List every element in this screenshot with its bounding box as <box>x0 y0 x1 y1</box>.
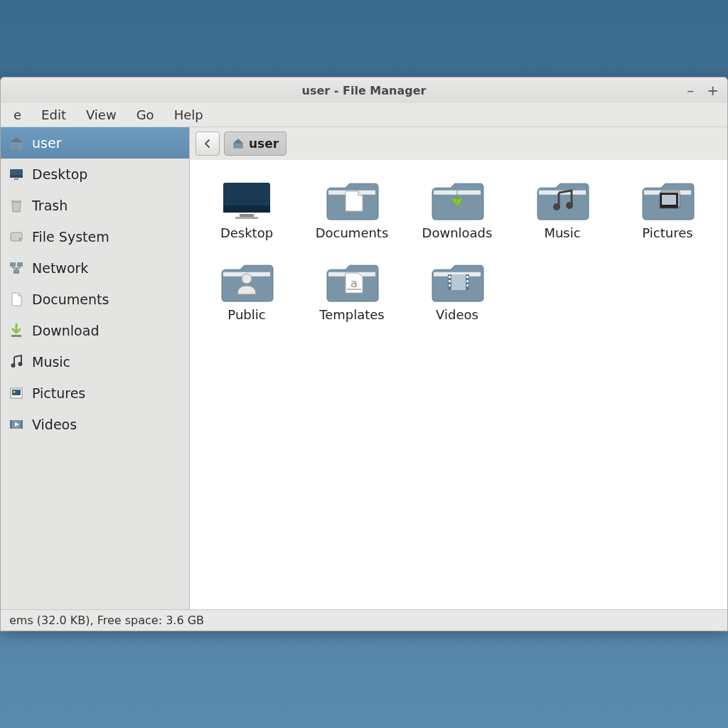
breadcrumb[interactable]: user <box>224 132 287 156</box>
music-big-icon <box>535 178 590 221</box>
maximize-button[interactable]: + <box>707 82 719 99</box>
breadcrumb-label: user <box>249 136 279 151</box>
window-title: user - File Manager <box>302 84 427 97</box>
network-icon <box>8 259 25 277</box>
sidebar-item-trash[interactable]: Trash <box>1 190 189 221</box>
folder-public[interactable]: Public <box>204 260 289 322</box>
chevron-left-icon <box>203 139 213 149</box>
folder-label: Downloads <box>422 225 493 240</box>
svg-point-23 <box>566 202 573 209</box>
svg-rect-3 <box>11 200 21 203</box>
minimize-button[interactable]: – <box>687 82 694 99</box>
svg-rect-26 <box>662 195 676 205</box>
menu-help[interactable]: Help <box>174 107 203 122</box>
public-big <box>219 260 274 303</box>
document-big-icon <box>324 178 380 221</box>
folder-downloads[interactable]: Downloads <box>414 178 500 240</box>
sidebar-item-videos[interactable]: Videos <box>1 409 189 440</box>
sidebar-item-label: Desktop <box>32 166 87 182</box>
videos-big <box>429 260 485 303</box>
workspace: userDesktopTrashFile SystemNetworkDocume… <box>1 127 727 609</box>
folder-templates[interactable]: aTemplates <box>309 260 395 322</box>
desktop-big <box>219 178 274 221</box>
svg-rect-17 <box>21 420 23 429</box>
titlebar[interactable]: user - File Manager – + <box>1 77 727 103</box>
pictures-icon <box>8 385 25 402</box>
file-manager-window: user - File Manager – + e Edit View Go H… <box>0 77 728 631</box>
sidebar-item-label: Videos <box>32 417 77 432</box>
sidebar-item-pictures[interactable]: Pictures <box>1 378 189 409</box>
sidebar-item-label: Music <box>32 354 70 370</box>
network-icon <box>8 259 25 277</box>
sidebar[interactable]: userDesktopTrashFile SystemNetworkDocume… <box>1 127 190 609</box>
download-big <box>429 178 485 221</box>
drive-icon <box>8 228 25 245</box>
svg-rect-35 <box>449 284 451 287</box>
svg-rect-16 <box>10 420 12 429</box>
document-icon <box>8 291 25 308</box>
svg-text:a: a <box>350 277 358 290</box>
folder-desktop[interactable]: Desktop <box>204 178 289 240</box>
trash-icon <box>8 197 25 214</box>
templates-big: a <box>324 260 380 303</box>
svg-point-27 <box>242 274 252 284</box>
sidebar-item-download[interactable]: Download <box>1 315 189 346</box>
pictures-big-icon <box>640 178 695 221</box>
menubar: e Edit View Go Help <box>1 103 727 127</box>
home-icon <box>8 134 25 151</box>
menu-edit[interactable]: Edit <box>41 107 66 122</box>
folder-label: Templates <box>319 307 385 322</box>
sidebar-item-label: Network <box>32 260 88 276</box>
sidebar-item-music[interactable]: Music <box>1 346 189 378</box>
videos-icon <box>8 416 25 433</box>
download-icon <box>8 322 25 339</box>
sidebar-item-label: Pictures <box>32 385 85 401</box>
svg-rect-2 <box>14 178 18 180</box>
folder-label: Videos <box>436 307 478 322</box>
folder-label: Pictures <box>642 225 692 240</box>
desktop-icon <box>8 166 25 183</box>
download-icon <box>8 322 25 339</box>
folder-videos[interactable]: Videos <box>414 260 500 322</box>
svg-rect-6 <box>10 262 16 267</box>
status-text: ems (32.0 KB), Free space: 3.6 GB <box>9 614 204 627</box>
drive-icon <box>8 228 25 245</box>
back-button[interactable] <box>196 132 220 156</box>
sidebar-item-label: Download <box>32 323 99 338</box>
svg-rect-9 <box>11 335 21 337</box>
document-icon <box>8 291 25 308</box>
sidebar-item-file-system[interactable]: File System <box>1 221 189 252</box>
trash-icon <box>8 197 25 214</box>
sidebar-item-desktop[interactable]: Desktop <box>1 159 189 190</box>
sidebar-item-network[interactable]: Network <box>1 252 189 284</box>
path-toolbar: user <box>190 127 727 160</box>
sidebar-item-user[interactable]: user <box>1 127 189 159</box>
menu-go[interactable]: Go <box>136 107 154 122</box>
status-bar: ems (32.0 KB), Free space: 3.6 GB <box>1 609 727 631</box>
music-icon <box>8 353 25 370</box>
templates-big-icon: a <box>324 260 380 303</box>
menu-file-partial[interactable]: e <box>14 107 21 122</box>
sidebar-item-documents[interactable]: Documents <box>1 284 189 315</box>
sidebar-item-label: Trash <box>32 198 68 213</box>
videos-icon <box>8 416 25 433</box>
folder-pictures[interactable]: Pictures <box>625 178 710 240</box>
sidebar-item-label: Documents <box>32 291 109 307</box>
download-big-icon <box>429 178 485 221</box>
menu-view[interactable]: View <box>86 107 117 122</box>
svg-rect-38 <box>466 284 469 287</box>
sidebar-item-label: File System <box>32 229 109 245</box>
svg-rect-36 <box>466 276 469 278</box>
pictures-big <box>640 178 695 221</box>
main-view[interactable]: Desktop Documents Downloads Music Pictur… <box>190 160 727 609</box>
folder-label: Desktop <box>220 225 273 240</box>
svg-rect-37 <box>466 280 469 282</box>
public-big-icon <box>219 260 274 303</box>
sidebar-item-label: user <box>32 135 61 151</box>
svg-rect-19 <box>223 205 270 213</box>
svg-rect-1 <box>10 175 23 178</box>
folder-music[interactable]: Music <box>520 178 605 240</box>
svg-point-5 <box>19 238 21 240</box>
folder-documents[interactable]: Documents <box>309 178 395 240</box>
music-big <box>535 178 590 221</box>
